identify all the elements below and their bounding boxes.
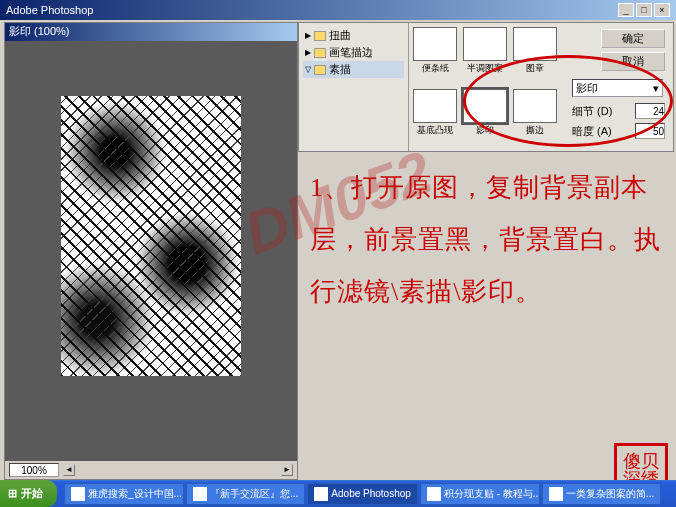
filter-thumb[interactable]: 基底凸现 [413,89,457,147]
taskbar-item[interactable]: 『新手交流区』您... [186,483,305,505]
filter-thumb[interactable]: 半调图案 [463,27,507,85]
document-window: 影印 (100%) ◄ ► [4,22,298,480]
filter-thumbnails: 便条纸 半调图案 图章 基底凸现 影印 撕边 [409,23,564,151]
detail-input[interactable] [635,103,665,119]
darkness-input[interactable] [635,123,665,139]
filter-settings: 确定 取消 影印▾ 细节 (D) 暗度 (A) [564,23,673,151]
maximize-button[interactable]: □ [636,3,652,17]
collapse-icon: ▽ [305,65,311,74]
close-button[interactable]: × [654,3,670,17]
app-title: Adobe Photoshop [6,4,93,16]
filter-thumb[interactable]: 撕边 [513,89,557,147]
canvas-area[interactable] [5,41,297,461]
instruction-text: 1、打开原图，复制背景副本层，前景置黑，背景置白。执行滤镜\素描\影印。 [310,162,668,318]
app-icon [549,487,563,501]
folder-icon [314,65,326,75]
taskbar-item[interactable]: 一类复杂图案的简... [542,483,661,505]
folder-icon [314,48,326,58]
filter-category[interactable]: ▽素描 [303,61,404,78]
taskbar[interactable]: ⊞ 开始 雅虎搜索_设计中国... 『新手交流区』您... Adobe Phot… [0,480,676,507]
app-icon [314,487,328,501]
windows-icon: ⊞ [8,487,17,500]
image-content [61,96,241,376]
zoom-right-icon[interactable]: ► [281,464,293,476]
taskbar-item[interactable]: Adobe Photoshop [307,483,418,505]
filter-thumb[interactable]: 影印 [463,89,507,147]
start-button[interactable]: ⊞ 开始 [0,480,57,507]
zoom-input[interactable] [9,463,59,477]
document-title: 影印 (100%) [5,23,297,41]
app-icon [193,487,207,501]
filter-thumb[interactable]: 图章 [513,27,557,85]
zoom-bar: ◄ ► [5,461,297,479]
folder-icon [314,31,326,41]
ok-button[interactable]: 确定 [601,29,665,48]
app-icon [71,487,85,501]
app-title-bar: Adobe Photoshop _ □ × [0,0,676,20]
taskbar-item[interactable]: 雅虎搜索_设计中国... [64,483,184,505]
minimize-button[interactable]: _ [618,3,634,17]
filter-category[interactable]: ▶扭曲 [303,27,404,44]
zoom-left-icon[interactable]: ◄ [63,464,75,476]
filter-thumb[interactable]: 便条纸 [413,27,457,85]
filter-name-dropdown[interactable]: 影印▾ [572,79,663,97]
darkness-param: 暗度 (A) [572,123,665,139]
app-icon [427,487,441,501]
taskbar-item[interactable]: 积分现支贴 - 教程与... [420,483,540,505]
canvas[interactable] [61,96,241,376]
chevron-down-icon: ▾ [653,82,659,95]
filter-category[interactable]: ▶画笔描边 [303,44,404,61]
expand-icon: ▶ [305,31,311,40]
detail-param: 细节 (D) [572,103,665,119]
expand-icon: ▶ [305,48,311,57]
cancel-button[interactable]: 取消 [601,52,665,71]
filter-category-list[interactable]: ▶扭曲 ▶画笔描边 ▽素描 [299,23,409,151]
filter-gallery-panel: ▶扭曲 ▶画笔描边 ▽素描 便条纸 半调图案 图章 基底凸现 影印 撕边 确定 … [298,22,674,152]
